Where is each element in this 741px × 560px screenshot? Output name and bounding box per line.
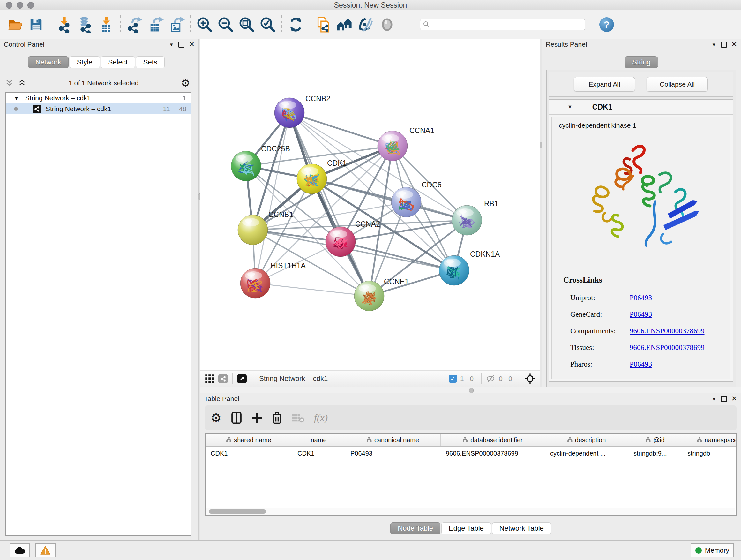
network-node-RB1[interactable]: RB1 (452, 199, 498, 235)
table-row[interactable]: CDK1CDK1P064939606.ENSP00000378699cyclin… (205, 447, 736, 460)
network-edge-CCNE1-HIST1H1A[interactable] (255, 283, 369, 296)
tab-select[interactable]: Select (101, 56, 135, 68)
import-network-from-database-button[interactable] (75, 14, 96, 35)
delete-table-icon[interactable] (292, 413, 305, 423)
panel-float-icon[interactable] (179, 42, 185, 48)
expand-all-chevrons-icon[interactable] (18, 79, 26, 87)
network-node-CCNE1[interactable]: CCNE1 (354, 277, 409, 311)
network-node-CDC25B[interactable]: CDC25B (231, 145, 290, 181)
fit-selection-crosshair-icon[interactable] (525, 373, 536, 384)
tab-network[interactable]: Network (28, 56, 69, 68)
search-input[interactable] (420, 19, 585, 30)
network-list-options-gear-icon[interactable]: ⚙ (181, 77, 190, 89)
import-network-button[interactable] (54, 14, 75, 35)
table-cell[interactable]: stringdb:9... (628, 447, 682, 460)
zoom-out-button[interactable] (215, 14, 236, 35)
table-options-gear-icon[interactable]: ⚙ (211, 411, 221, 425)
network-edge-CCNB2-HIST1H1A[interactable] (255, 113, 289, 283)
crosslink-link[interactable]: P06493 (630, 294, 652, 302)
grid-view-icon[interactable] (205, 374, 214, 383)
table-cell[interactable]: stringdb (682, 447, 737, 460)
zoom-fit-button[interactable] (236, 14, 257, 35)
collapse-all-button[interactable]: Collapse All (647, 77, 708, 91)
selected-count: 1 - 0 (460, 375, 474, 382)
clone-network-button[interactable] (313, 14, 334, 35)
hide-selected-button[interactable] (355, 14, 377, 35)
warnings-button[interactable] (35, 543, 56, 557)
crosslink-link[interactable]: 9606.ENSP00000378699 (630, 327, 704, 335)
horizontal-scrollbar[interactable] (206, 508, 735, 515)
node-details-header[interactable]: ▼ CDK1 (549, 100, 733, 115)
panel-float-icon[interactable] (721, 396, 727, 402)
network-edge-CCNB2-CCNA1[interactable] (289, 113, 393, 146)
cloud-status-button[interactable] (10, 543, 30, 557)
delete-column-trash-icon[interactable] (272, 412, 282, 424)
collapse-all-chevrons-icon[interactable] (5, 79, 13, 87)
tab-style[interactable]: Style (70, 56, 100, 68)
expand-all-button[interactable]: Expand All (574, 77, 635, 91)
column-header-database-identifier[interactable]: database identifier (441, 434, 545, 446)
network-node-CDK1[interactable]: CDK1 (297, 159, 347, 194)
table-cell[interactable]: CDK1 (292, 447, 345, 460)
zoom-in-button[interactable] (194, 14, 215, 35)
network-collection-row[interactable]: ▼ String Network – cdk1 1 (6, 92, 191, 104)
horizontal-splitter-handle[interactable] (469, 388, 474, 393)
tab-node-table[interactable]: Node Table (390, 522, 441, 535)
tree-expand-caret-icon[interactable]: ▼ (14, 96, 19, 101)
new-session-button[interactable] (334, 14, 355, 35)
add-column-plus-icon[interactable] (252, 413, 262, 423)
refresh-view-button[interactable] (285, 14, 307, 35)
table-cell[interactable]: P06493 (345, 447, 441, 460)
horizontal-scrollbar-thumb[interactable] (209, 509, 266, 514)
main-toolbar: ? (0, 10, 741, 39)
tab-network-table[interactable]: Network Table (492, 522, 551, 535)
column-header-canonical-name[interactable]: canonical name (345, 434, 441, 446)
panel-float-icon[interactable] (721, 42, 727, 48)
network-canvas[interactable]: CCNB2CCNA1CDC25BCDK1CDC6RB1CCNB1CCNA2CDK… (200, 39, 540, 370)
column-header-shared-name[interactable]: shared name (205, 434, 292, 446)
network-node-HIST1H1A[interactable]: HIST1H1A (240, 261, 306, 298)
save-session-button[interactable] (25, 14, 47, 35)
export-network-button[interactable] (124, 14, 145, 35)
crosslink-row: Uniprot:P06493 (570, 290, 724, 306)
crosslink-link[interactable]: 9606.ENSP00000378699 (630, 344, 704, 352)
help-button[interactable]: ? (599, 17, 614, 32)
table-tabs: Node TableEdge TableNetwork Table (200, 522, 741, 535)
panel-close-icon[interactable]: ✕ (189, 41, 195, 48)
panel-close-icon[interactable]: ✕ (731, 395, 737, 402)
memory-button[interactable]: Memory (690, 543, 734, 557)
import-table-button[interactable] (96, 14, 117, 35)
show-all-button[interactable] (377, 14, 398, 35)
column-header-description[interactable]: description (545, 434, 628, 446)
network-overview-icon[interactable] (218, 374, 228, 383)
collapse-entry-caret-icon[interactable]: ▼ (567, 104, 572, 110)
tab-edge-table[interactable]: Edge Table (441, 522, 491, 535)
show-columns-icon[interactable] (231, 412, 242, 424)
export-table-button[interactable] (145, 14, 166, 35)
table-cell[interactable]: cyclin-dependent ... (545, 447, 628, 460)
tab-string[interactable]: String (625, 56, 658, 68)
network-edge-CDK1-RB1[interactable] (312, 179, 467, 220)
column-header-@id[interactable]: @id (628, 434, 682, 446)
function-builder-icon[interactable]: f(x) (314, 412, 328, 424)
network-node-CCNA1[interactable]: CCNA1 (378, 126, 434, 161)
export-image-button[interactable] (166, 14, 187, 35)
birds-eye-view-icon[interactable] (237, 374, 247, 383)
column-header-name[interactable]: name (292, 434, 345, 446)
panel-close-icon[interactable]: ✕ (731, 41, 737, 48)
panel-menu-caret-icon[interactable]: ▼ (712, 42, 717, 47)
selected-nodes-checkbox-icon[interactable]: ✓ (449, 374, 457, 383)
crosslink-link[interactable]: P06493 (630, 310, 652, 319)
zoom-selected-button[interactable] (257, 14, 278, 35)
panel-menu-caret-icon[interactable]: ▼ (712, 396, 717, 401)
panel-menu-caret-icon[interactable]: ▼ (169, 42, 174, 47)
open-session-button[interactable] (4, 14, 25, 35)
table-cell[interactable]: CDK1 (205, 447, 292, 460)
horizontal-splitter[interactable] (200, 387, 741, 393)
network-row-selected[interactable]: String Network – cdk1 11 48 (6, 104, 191, 114)
crosslink-link[interactable]: P06493 (630, 360, 652, 368)
column-header-namespace[interactable]: namespace (682, 434, 737, 446)
table-cell[interactable]: 9606.ENSP00000378699 (441, 447, 545, 460)
network-node-CDKN1A[interactable]: CDKN1A (439, 250, 500, 286)
tab-sets[interactable]: Sets (136, 56, 165, 68)
